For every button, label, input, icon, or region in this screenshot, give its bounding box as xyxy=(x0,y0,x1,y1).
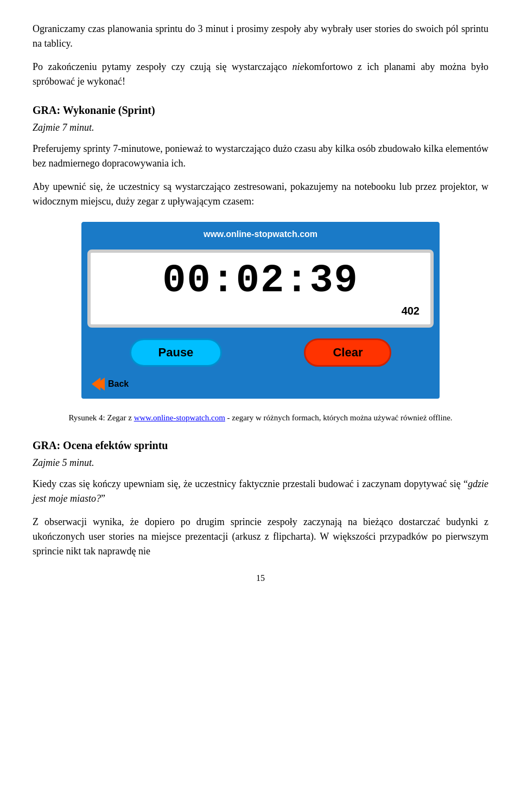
stopwatch-url: www.online-stopwatch.com xyxy=(83,223,438,245)
stopwatch-display: 00:02:39 402 xyxy=(87,250,434,328)
p5-italic: gdzie jest moje miasto? xyxy=(33,478,488,504)
figure-caption: Rysunek 4: Zegar z www.online-stopwatch.… xyxy=(33,412,488,424)
paragraph-5: Kiedy czas się kończy upewniam się, że u… xyxy=(33,477,488,506)
figure-caption-start: Rysunek 4: Zegar z xyxy=(68,413,134,422)
back-bar: Back xyxy=(83,373,438,397)
paragraph-3: Preferujemy sprinty 7-minutowe, ponieważ… xyxy=(33,142,488,171)
section2-subheading: Zajmie 5 minut. xyxy=(33,456,488,470)
section2-heading: GRA: Ocena efektów sprintu xyxy=(33,437,488,453)
section1-heading: GRA: Wykonanie (Sprint) xyxy=(33,102,488,118)
pause-button[interactable]: Pause xyxy=(130,338,223,367)
figure-caption-end: - zegary w różnych formach, których możn… xyxy=(225,413,453,422)
stopwatch-time: 00:02:39 xyxy=(101,261,420,300)
figure-caption-link[interactable]: www.online-stopwatch.com xyxy=(134,413,225,422)
p5-text: Kiedy czas się kończy upewniam się, że u… xyxy=(33,478,488,504)
stopwatch-widget: www.online-stopwatch.com 00:02:39 402 Pa… xyxy=(81,222,440,399)
paragraph-1: Ograniczamy czas planowania sprintu do 3… xyxy=(33,22,488,51)
paragraph-6: Z obserwacji wynika, że dopiero po drugi… xyxy=(33,515,488,559)
back-arrow-icon xyxy=(92,378,105,391)
p2-start: Po zakończeniu pytamy zespoły czy czują … xyxy=(33,61,292,72)
paragraph-4: Aby upewnić się, że uczestnicy są wystar… xyxy=(33,180,488,209)
back-label[interactable]: Back xyxy=(108,378,129,391)
stopwatch-sub-count: 402 xyxy=(101,303,420,319)
page-number: 15 xyxy=(33,572,488,585)
clear-button[interactable]: Clear xyxy=(304,338,391,367)
stopwatch-buttons: Pause Clear xyxy=(83,332,438,373)
paragraph-2: Po zakończeniu pytamy zespoły czy czują … xyxy=(33,60,488,89)
p2-italic: nie xyxy=(292,61,304,72)
section1-subheading: Zajmie 7 minut. xyxy=(33,120,488,135)
